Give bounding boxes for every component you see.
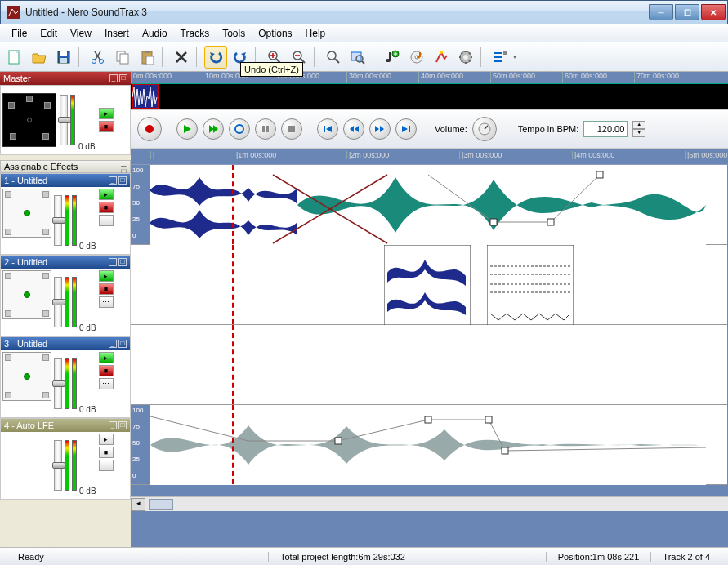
track-play-icon[interactable]: ▸ [99, 189, 114, 200]
pan-pad[interactable] [2, 270, 51, 319]
scroll-thumb[interactable] [149, 499, 173, 510]
window-title: Untitled - Nero SoundTrax 3 [25, 7, 647, 18]
track-opts-icon[interactable]: ⋯ [99, 296, 114, 308]
track-play-icon[interactable]: ▸ [99, 434, 114, 445]
toolbar-dropdown-icon[interactable]: ▾ [513, 53, 521, 60]
track-play-icon[interactable]: ▸ [99, 270, 114, 282]
cd-audio-button[interactable] [405, 46, 428, 69]
menu-view[interactable]: View [64, 26, 98, 41]
track-row-2[interactable]: ...\I Guess You're Rig SoundBox Clip [131, 245, 727, 325]
track-opts-icon[interactable]: ⋯ [99, 378, 114, 389]
pan-pad[interactable] [2, 352, 51, 401]
fx-min-icon[interactable]: _ [121, 157, 127, 167]
track-max-icon[interactable]: □ [118, 421, 127, 429]
clip-dindin[interactable]: C:\Users\Public\Music\Sample Music\Din D… [297, 165, 706, 244]
minimize-button[interactable]: ─ [649, 4, 673, 20]
go-end-button[interactable] [395, 118, 417, 140]
menu-edit[interactable]: Edit [33, 26, 64, 41]
track-min-icon[interactable]: _ [109, 258, 117, 266]
menu-help[interactable]: Help [299, 26, 333, 41]
rewind-button[interactable] [343, 118, 364, 140]
menu-tracks[interactable]: Tracks [174, 26, 217, 41]
svg-rect-31 [324, 126, 325, 132]
track-mute-icon[interactable]: ■ [99, 365, 114, 376]
tempo-input[interactable] [583, 121, 628, 137]
settings-button[interactable] [454, 46, 477, 69]
track-play-icon[interactable]: ▸ [99, 352, 114, 363]
menu-tools[interactable]: Tools [216, 26, 252, 41]
zoom-selection-button[interactable] [322, 46, 345, 69]
track-fader[interactable] [54, 195, 62, 246]
master-fader[interactable] [60, 95, 68, 145]
track-opts-icon[interactable]: ⋯ [99, 215, 114, 226]
track-fader[interactable] [54, 358, 62, 409]
playhead[interactable] [232, 165, 234, 244]
pause-button[interactable] [255, 118, 276, 140]
stop-button[interactable] [281, 118, 302, 140]
menu-audio[interactable]: Audio [136, 26, 174, 41]
master-min-icon[interactable]: _ [109, 74, 118, 82]
maximize-button[interactable]: ☐ [675, 4, 699, 20]
tempo-spinner[interactable]: ▲▼ [632, 121, 645, 137]
menu-options[interactable]: Options [252, 26, 298, 41]
go-start-button[interactable] [317, 118, 338, 140]
master-play-icon[interactable]: ▸ [99, 108, 114, 119]
track-opts-icon[interactable]: ⋯ [99, 460, 114, 471]
svg-rect-51 [502, 447, 508, 454]
undo-button[interactable] [204, 46, 227, 69]
new-button[interactable] [3, 46, 26, 69]
effects-button[interactable] [430, 46, 453, 69]
master-panel: Master _□ 0 dB ▸ [0, 72, 131, 155]
track-min-icon[interactable]: _ [109, 340, 117, 348]
tracks-area[interactable]: ||1m 00s:000|2m 00s:000|3m 00s:000|4m 00… [131, 149, 728, 547]
open-button[interactable] [28, 46, 51, 69]
menu-file[interactable]: File [5, 26, 33, 41]
add-audio-button[interactable] [381, 46, 404, 69]
track-min-icon[interactable]: _ [109, 421, 117, 429]
clip-soundbox[interactable]: SoundBox Clip [487, 245, 574, 324]
clip-lfe[interactable] [150, 405, 706, 484]
record-button[interactable] [137, 117, 162, 141]
loop-button[interactable] [229, 118, 250, 140]
delete-button[interactable] [170, 46, 193, 69]
timeline-ruler[interactable]: ||1m 00s:000|2m 00s:000|3m 00s:000|4m 00… [131, 149, 728, 165]
scroll-left-icon[interactable]: ◂ [131, 498, 145, 511]
save-button[interactable] [52, 46, 75, 69]
surround-panner[interactable] [2, 93, 56, 147]
clip-iguess[interactable]: ...\I Guess You're Rig [384, 245, 471, 324]
track-row-4[interactable]: 1007550250 [131, 405, 727, 485]
copy-button[interactable] [111, 46, 134, 69]
transport-bar: Volume: Tempo in BPM: ▲▼ [131, 109, 728, 149]
track-mute-icon[interactable]: ■ [99, 447, 114, 458]
track-meter [72, 358, 77, 409]
track-max-icon[interactable]: □ [118, 258, 127, 266]
master-rec-icon[interactable]: ■ [99, 121, 114, 132]
track-mute-icon[interactable]: ■ [99, 283, 114, 295]
paste-button[interactable] [136, 46, 159, 69]
app-icon [7, 6, 20, 19]
project-overview[interactable]: 0m 00s:00010m 00s:00020m 00s:00030m 00s:… [131, 72, 728, 109]
master-max-icon[interactable]: □ [119, 74, 127, 82]
forward-button[interactable] [369, 118, 391, 140]
svg-rect-48 [335, 438, 342, 444]
clip-amanda[interactable]: C:\Users\Public\Mu...\Amanda.wma [150, 165, 297, 244]
track-fader[interactable] [54, 440, 62, 491]
fx-title: Assignable Effects _□ [0, 160, 131, 173]
track-min-icon[interactable]: _ [109, 176, 117, 185]
track-fader[interactable] [54, 277, 62, 327]
close-button[interactable]: ✕ [701, 4, 726, 20]
track-mute-icon[interactable]: ■ [99, 202, 114, 213]
track-options-button[interactable] [489, 46, 511, 69]
cut-button[interactable] [87, 46, 109, 69]
menu-insert[interactable]: Insert [98, 26, 136, 41]
volume-knob[interactable] [472, 117, 497, 141]
zoom-fit-button[interactable] [346, 46, 369, 69]
play-loop-button[interactable] [203, 118, 224, 140]
play-button[interactable] [176, 118, 198, 140]
track-row-3[interactable] [131, 325, 727, 405]
track-max-icon[interactable]: □ [118, 176, 127, 185]
h-scrollbar[interactable]: ◂ [131, 496, 728, 511]
track-row-1[interactable]: 1007550250 C:\Users\Public\Mu...\Amanda.… [131, 165, 727, 245]
track-max-icon[interactable]: □ [118, 340, 127, 348]
pan-pad[interactable] [2, 189, 51, 238]
